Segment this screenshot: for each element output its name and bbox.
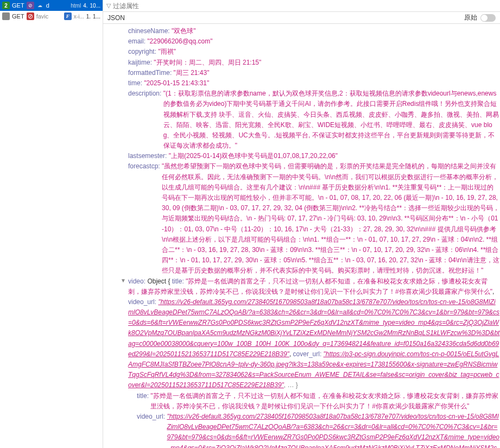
- request-status: 1.: [86, 14, 91, 20]
- toggle-switch-icon: [480, 14, 496, 22]
- file-type-icon: F: [64, 12, 72, 20]
- filter-icon: ▽: [106, 2, 111, 9]
- raw-label: 原始: [464, 13, 477, 22]
- json-property[interactable]: forecastcp: "虽然您希望预测下一期的双色球中奖号码，但需要明确的是，…: [109, 161, 500, 276]
- requests-panel: 2 GET ⊘ ☁ d html 4. 10... GET ⊘ favic F …: [0, 0, 103, 448]
- response-panel: ▽ JSON 原始 chineseName: "双色球" email: "229…: [103, 0, 500, 448]
- status-badge: 2: [2, 2, 10, 9]
- response-tabs: JSON 原始: [103, 12, 500, 24]
- json-property[interactable]: time: "2025-01-15 21:43:31": [109, 78, 500, 89]
- request-name: d: [46, 2, 69, 9]
- cloud-icon: ☁: [36, 2, 44, 9]
- json-property-object[interactable]: ▼ video: Object { title: "苏烨是一名低调的首富之子，只…: [109, 276, 500, 391]
- filter-bar: ▽: [103, 0, 500, 12]
- request-type: html: [71, 3, 81, 9]
- method-label: GET: [12, 13, 24, 20]
- request-status: 4.: [83, 3, 87, 9]
- method-label: GET: [12, 2, 24, 9]
- request-row[interactable]: 2 GET ⊘ ☁ d html 4. 10...: [0, 0, 103, 11]
- json-property[interactable]: email: "229066206@qq.com": [109, 36, 500, 47]
- json-viewer[interactable]: chineseName: "双色球" email: "229066206@qq.…: [103, 24, 500, 448]
- raw-toggle[interactable]: 原始: [464, 13, 496, 22]
- status-badge: [2, 12, 10, 20]
- json-property[interactable]: chineseName: "双色球": [109, 26, 500, 36]
- lock-strike-icon: ⊘: [27, 2, 34, 9]
- json-property[interactable]: formattedTime: "周三 21:43": [109, 68, 500, 78]
- request-name: favic: [36, 13, 62, 20]
- video-url-link[interactable]: "https://v26-default.365yg.com/2738405f1…: [167, 412, 500, 448]
- tab-json[interactable]: JSON: [107, 14, 125, 22]
- json-property[interactable]: video_url: "https://v26-default.365yg.co…: [109, 412, 500, 448]
- blocked-icon: ⊘: [27, 12, 34, 20]
- json-property[interactable]: lastsemester: "上期(2025-01-14)双色球中奖号码是01,…: [109, 151, 500, 161]
- request-row[interactable]: GET ⊘ favic F x-i... 1. 1...: [0, 11, 103, 22]
- request-type: x-i...: [74, 14, 84, 20]
- devtools-container: 2 GET ⊘ ☁ d html 4. 10... GET ⊘ favic F …: [0, 0, 500, 448]
- json-property[interactable]: title: "苏烨是一名低调的首富之子，只不过这一切别人都不知道，在准备和校花…: [109, 391, 500, 412]
- json-property[interactable]: copyright: "雨祺": [109, 47, 500, 57]
- collapse-icon[interactable]: ▼: [121, 276, 126, 285]
- video-url-link[interactable]: "https://v26-default.365yg.com/2738405f1…: [128, 298, 499, 358]
- json-property[interactable]: kaijtime: "开奖时间：周二、周四、周日 21:15": [109, 58, 500, 68]
- json-property[interactable]: description: "(1：获取彩票信息的请求参数name，默认为双色球开…: [109, 89, 500, 151]
- request-size: 1...: [93, 14, 100, 20]
- request-size: 10...: [90, 3, 100, 9]
- filter-input[interactable]: [113, 2, 497, 10]
